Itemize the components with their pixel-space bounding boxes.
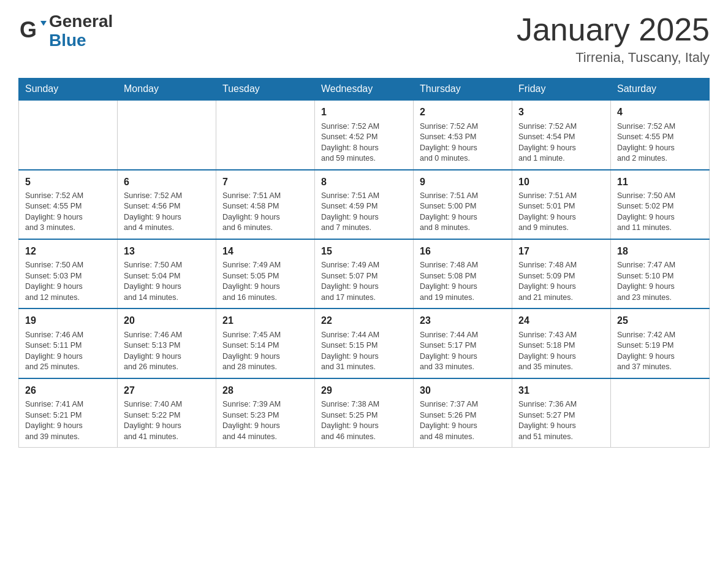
day-number: 24 <box>518 314 604 327</box>
day-number: 27 <box>124 384 210 397</box>
day-number: 22 <box>321 314 407 327</box>
calendar-cell <box>19 100 118 169</box>
day-info: Sunrise: 7:37 AM Sunset: 5:26 PM Dayligh… <box>420 399 506 442</box>
day-number: 3 <box>518 105 604 119</box>
week-row-3: 12Sunrise: 7:50 AM Sunset: 5:03 PM Dayli… <box>19 239 710 308</box>
calendar-cell: 25Sunrise: 7:42 AM Sunset: 5:19 PM Dayli… <box>611 308 710 378</box>
calendar-cell: 31Sunrise: 7:36 AM Sunset: 5:27 PM Dayli… <box>512 378 611 448</box>
day-info: Sunrise: 7:36 AM Sunset: 5:27 PM Dayligh… <box>518 399 604 442</box>
day-number: 26 <box>25 384 111 397</box>
day-number: 4 <box>617 105 703 119</box>
calendar-cell: 24Sunrise: 7:43 AM Sunset: 5:18 PM Dayli… <box>512 308 611 378</box>
day-info: Sunrise: 7:52 AM Sunset: 4:55 PM Dayligh… <box>617 121 703 164</box>
calendar-cell: 28Sunrise: 7:39 AM Sunset: 5:23 PM Dayli… <box>216 378 315 448</box>
day-number: 2 <box>420 105 506 119</box>
calendar-cell: 14Sunrise: 7:49 AM Sunset: 5:05 PM Dayli… <box>216 239 315 308</box>
calendar-cell: 26Sunrise: 7:41 AM Sunset: 5:21 PM Dayli… <box>19 378 118 448</box>
calendar-table: Sunday Monday Tuesday Wednesday Thursday… <box>18 78 710 448</box>
day-info: Sunrise: 7:51 AM Sunset: 5:01 PM Dayligh… <box>518 191 604 234</box>
calendar-cell: 29Sunrise: 7:38 AM Sunset: 5:25 PM Dayli… <box>315 378 414 448</box>
day-number: 19 <box>25 314 111 327</box>
header-friday: Friday <box>512 79 611 101</box>
day-number: 8 <box>321 175 407 189</box>
calendar-cell <box>611 378 710 448</box>
logo: G General Blue <box>18 12 113 50</box>
day-number: 7 <box>222 175 308 189</box>
day-number: 5 <box>25 175 111 189</box>
calendar-cell: 3Sunrise: 7:52 AM Sunset: 4:54 PM Daylig… <box>512 100 611 169</box>
day-info: Sunrise: 7:51 AM Sunset: 5:00 PM Dayligh… <box>420 191 506 234</box>
calendar-cell: 21Sunrise: 7:45 AM Sunset: 5:14 PM Dayli… <box>216 308 315 378</box>
day-number: 30 <box>420 384 506 397</box>
day-number: 10 <box>518 175 604 189</box>
logo-line2: Blue <box>49 31 113 50</box>
calendar-cell: 8Sunrise: 7:51 AM Sunset: 4:59 PM Daylig… <box>315 170 414 239</box>
title-area: January 2025 Tirrenia, Tuscany, Italy <box>517 12 710 66</box>
day-info: Sunrise: 7:45 AM Sunset: 5:14 PM Dayligh… <box>222 330 308 373</box>
day-info: Sunrise: 7:48 AM Sunset: 5:09 PM Dayligh… <box>518 260 604 303</box>
calendar-cell: 22Sunrise: 7:44 AM Sunset: 5:15 PM Dayli… <box>315 308 414 378</box>
day-info: Sunrise: 7:42 AM Sunset: 5:19 PM Dayligh… <box>617 330 703 373</box>
calendar-cell: 6Sunrise: 7:52 AM Sunset: 4:56 PM Daylig… <box>118 170 216 239</box>
header-monday: Monday <box>118 79 216 101</box>
calendar-cell: 11Sunrise: 7:50 AM Sunset: 5:02 PM Dayli… <box>611 170 710 239</box>
day-number: 11 <box>617 175 703 189</box>
day-info: Sunrise: 7:48 AM Sunset: 5:08 PM Dayligh… <box>420 260 506 303</box>
calendar-header-row: Sunday Monday Tuesday Wednesday Thursday… <box>19 79 710 101</box>
day-info: Sunrise: 7:52 AM Sunset: 4:55 PM Dayligh… <box>25 191 111 234</box>
day-info: Sunrise: 7:52 AM Sunset: 4:52 PM Dayligh… <box>321 121 407 164</box>
calendar-cell: 5Sunrise: 7:52 AM Sunset: 4:55 PM Daylig… <box>19 170 118 239</box>
calendar-cell: 20Sunrise: 7:46 AM Sunset: 5:13 PM Dayli… <box>118 308 216 378</box>
day-info: Sunrise: 7:50 AM Sunset: 5:03 PM Dayligh… <box>25 260 111 303</box>
calendar-cell: 1Sunrise: 7:52 AM Sunset: 4:52 PM Daylig… <box>315 100 414 169</box>
calendar-cell: 10Sunrise: 7:51 AM Sunset: 5:01 PM Dayli… <box>512 170 611 239</box>
day-info: Sunrise: 7:44 AM Sunset: 5:17 PM Dayligh… <box>420 330 506 373</box>
day-number: 31 <box>518 384 604 397</box>
calendar-cell: 7Sunrise: 7:51 AM Sunset: 4:58 PM Daylig… <box>216 170 315 239</box>
week-row-4: 19Sunrise: 7:46 AM Sunset: 5:11 PM Dayli… <box>19 308 710 378</box>
calendar-cell: 17Sunrise: 7:48 AM Sunset: 5:09 PM Dayli… <box>512 239 611 308</box>
day-number: 16 <box>420 245 506 258</box>
logo-icon: G <box>18 16 49 47</box>
calendar-cell: 12Sunrise: 7:50 AM Sunset: 5:03 PM Dayli… <box>19 239 118 308</box>
day-info: Sunrise: 7:41 AM Sunset: 5:21 PM Dayligh… <box>25 399 111 442</box>
header-tuesday: Tuesday <box>216 79 315 101</box>
week-row-1: 1Sunrise: 7:52 AM Sunset: 4:52 PM Daylig… <box>19 100 710 169</box>
calendar-cell: 23Sunrise: 7:44 AM Sunset: 5:17 PM Dayli… <box>414 308 512 378</box>
calendar-cell <box>118 100 216 169</box>
day-info: Sunrise: 7:44 AM Sunset: 5:15 PM Dayligh… <box>321 330 407 373</box>
day-number: 25 <box>617 314 703 327</box>
day-info: Sunrise: 7:47 AM Sunset: 5:10 PM Dayligh… <box>617 260 703 303</box>
day-info: Sunrise: 7:51 AM Sunset: 4:58 PM Dayligh… <box>222 191 308 234</box>
calendar-cell: 27Sunrise: 7:40 AM Sunset: 5:22 PM Dayli… <box>118 378 216 448</box>
calendar-cell: 13Sunrise: 7:50 AM Sunset: 5:04 PM Dayli… <box>118 239 216 308</box>
week-row-2: 5Sunrise: 7:52 AM Sunset: 4:55 PM Daylig… <box>19 170 710 239</box>
day-number: 1 <box>321 105 407 119</box>
day-number: 14 <box>222 245 308 258</box>
logo-line1: General <box>49 12 113 31</box>
calendar-cell: 2Sunrise: 7:52 AM Sunset: 4:53 PM Daylig… <box>414 100 512 169</box>
day-info: Sunrise: 7:49 AM Sunset: 5:05 PM Dayligh… <box>222 260 308 303</box>
calendar-cell: 4Sunrise: 7:52 AM Sunset: 4:55 PM Daylig… <box>611 100 710 169</box>
week-row-5: 26Sunrise: 7:41 AM Sunset: 5:21 PM Dayli… <box>19 378 710 448</box>
day-info: Sunrise: 7:46 AM Sunset: 5:11 PM Dayligh… <box>25 330 111 373</box>
day-number: 15 <box>321 245 407 258</box>
day-number: 29 <box>321 384 407 397</box>
day-number: 18 <box>617 245 703 258</box>
page-header: G General Blue January 2025 Tirrenia, Tu… <box>18 12 710 66</box>
day-number: 13 <box>124 245 210 258</box>
day-info: Sunrise: 7:40 AM Sunset: 5:22 PM Dayligh… <box>124 399 210 442</box>
day-number: 12 <box>25 245 111 258</box>
day-info: Sunrise: 7:49 AM Sunset: 5:07 PM Dayligh… <box>321 260 407 303</box>
day-info: Sunrise: 7:50 AM Sunset: 5:02 PM Dayligh… <box>617 191 703 234</box>
day-info: Sunrise: 7:50 AM Sunset: 5:04 PM Dayligh… <box>124 260 210 303</box>
header-sunday: Sunday <box>19 79 118 101</box>
day-info: Sunrise: 7:52 AM Sunset: 4:54 PM Dayligh… <box>518 121 604 164</box>
calendar-cell: 15Sunrise: 7:49 AM Sunset: 5:07 PM Dayli… <box>315 239 414 308</box>
day-number: 21 <box>222 314 308 327</box>
header-saturday: Saturday <box>611 79 710 101</box>
day-info: Sunrise: 7:51 AM Sunset: 4:59 PM Dayligh… <box>321 191 407 234</box>
day-info: Sunrise: 7:43 AM Sunset: 5:18 PM Dayligh… <box>518 330 604 373</box>
location-title: Tirrenia, Tuscany, Italy <box>517 50 710 66</box>
header-thursday: Thursday <box>414 79 512 101</box>
